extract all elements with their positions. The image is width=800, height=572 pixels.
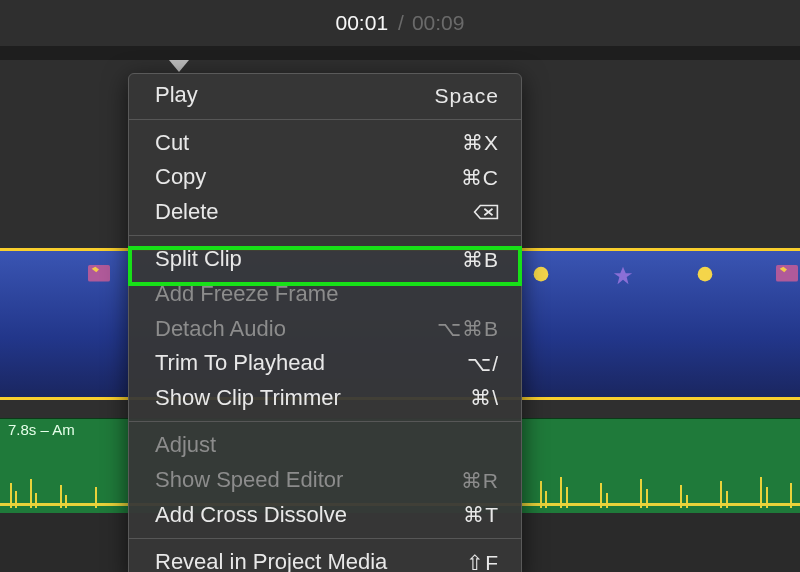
menu-shortcut: ⇧F <box>466 549 499 572</box>
menu-label: Split Clip <box>155 245 242 274</box>
menu-item-detach-audio: Detach Audio ⌥⌘B <box>129 312 521 347</box>
svg-rect-0 <box>88 265 110 282</box>
clip-thumbnail-icon <box>88 265 110 285</box>
svg-point-4 <box>698 267 713 282</box>
menu-label: Adjust <box>155 431 216 460</box>
menu-item-show-speed-editor: Show Speed Editor ⌘R <box>129 463 521 498</box>
time-display: 00:01 / 00:09 <box>0 0 800 46</box>
menu-item-cut[interactable]: Cut ⌘X <box>129 126 521 161</box>
menu-label: Show Clip Trimmer <box>155 384 341 413</box>
svg-rect-5 <box>776 265 798 282</box>
menu-item-trim-to-playhead[interactable]: Trim To Playhead ⌥/ <box>129 346 521 381</box>
menu-shortcut: ⌘\ <box>470 384 499 411</box>
svg-rect-27 <box>760 477 762 508</box>
menu-label: Reveal in Project Media <box>155 548 387 572</box>
menu-separator <box>129 421 521 422</box>
svg-rect-10 <box>30 479 32 508</box>
menu-label: Copy <box>155 163 206 192</box>
svg-rect-14 <box>95 487 97 508</box>
svg-point-2 <box>534 267 549 282</box>
menu-shortcut: ⌘X <box>462 129 499 156</box>
menu-shortcut: Space <box>434 82 499 109</box>
clip-thumbnail-icon <box>694 265 716 285</box>
menu-separator <box>129 119 521 120</box>
svg-rect-16 <box>545 491 547 508</box>
svg-rect-13 <box>65 495 67 508</box>
menu-shortcut: ⌘R <box>461 467 499 494</box>
menu-shortcut: ⌘C <box>461 164 499 191</box>
menu-shortcut: ⌥⌘B <box>437 315 499 342</box>
menu-label: Cut <box>155 129 189 158</box>
clip-thumbnail-icon <box>776 265 798 285</box>
playhead-indicator-icon[interactable] <box>169 60 189 72</box>
menu-label: Add Cross Dissolve <box>155 501 347 530</box>
svg-rect-25 <box>720 481 722 508</box>
menu-label: Trim To Playhead <box>155 349 325 378</box>
menu-label: Detach Audio <box>155 315 286 344</box>
svg-rect-28 <box>766 487 768 508</box>
svg-rect-9 <box>15 491 17 508</box>
clip-thumbnail-icon <box>530 265 552 285</box>
menu-item-play[interactable]: Play Space <box>129 78 521 113</box>
menu-item-add-cross-dissolve[interactable]: Add Cross Dissolve ⌘T <box>129 498 521 533</box>
toolbar-strip <box>0 46 800 60</box>
menu-item-split-clip[interactable]: Split Clip ⌘B <box>129 242 521 277</box>
svg-rect-22 <box>646 489 648 508</box>
backspace-icon <box>473 203 499 221</box>
menu-separator <box>129 235 521 236</box>
menu-item-adjust: Adjust <box>129 428 521 463</box>
menu-label: Delete <box>155 198 219 227</box>
svg-rect-15 <box>540 481 542 508</box>
menu-shortcut: ⌘B <box>462 246 499 273</box>
svg-rect-23 <box>680 485 682 508</box>
time-separator: / <box>398 11 404 35</box>
menu-label: Show Speed Editor <box>155 466 343 495</box>
svg-rect-26 <box>726 491 728 508</box>
svg-rect-24 <box>686 495 688 508</box>
menu-item-reveal-in-project-media[interactable]: Reveal in Project Media ⇧F <box>129 545 521 572</box>
menu-shortcut: ⌘T <box>463 501 499 528</box>
svg-rect-20 <box>606 493 608 508</box>
menu-item-add-freeze-frame: Add Freeze Frame <box>129 277 521 312</box>
menu-item-delete[interactable]: Delete <box>129 195 521 230</box>
svg-rect-29 <box>790 483 792 508</box>
svg-rect-19 <box>600 483 602 508</box>
menu-label: Play <box>155 81 198 110</box>
clip-thumbnail-icon <box>612 265 634 285</box>
svg-rect-17 <box>560 477 562 508</box>
svg-rect-8 <box>10 483 12 508</box>
menu-item-show-clip-trimmer[interactable]: Show Clip Trimmer ⌘\ <box>129 381 521 416</box>
menu-shortcut: ⌥/ <box>467 350 499 377</box>
time-current: 00:01 <box>336 11 389 35</box>
svg-rect-18 <box>566 487 568 508</box>
svg-marker-3 <box>614 267 632 284</box>
svg-rect-12 <box>60 485 62 508</box>
menu-separator <box>129 538 521 539</box>
audio-clip-label: 7.8s – Am <box>8 421 75 438</box>
time-total: 00:09 <box>412 11 465 35</box>
context-menu: Play Space Cut ⌘X Copy ⌘C Delete Split C… <box>128 73 522 572</box>
svg-rect-21 <box>640 479 642 508</box>
menu-label: Add Freeze Frame <box>155 280 338 309</box>
menu-item-copy[interactable]: Copy ⌘C <box>129 160 521 195</box>
svg-rect-11 <box>35 493 37 508</box>
